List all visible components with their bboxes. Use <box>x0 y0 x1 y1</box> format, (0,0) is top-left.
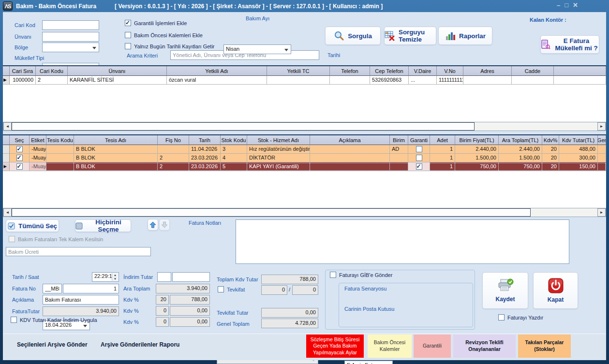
column-header[interactable]: Adres <box>463 66 512 76</box>
kdv-indirim-checkbox[interactable]: KDV Tutarı Kadar İndirim Uygula <box>11 317 97 323</box>
saat-spinner[interactable]: 22:29:15 ▲▼ <box>92 272 119 282</box>
bakim-ucreti-input[interactable] <box>6 247 151 256</box>
printer-save-icon <box>497 278 514 293</box>
items-hscrollbar[interactable]: ◄ ► <box>3 208 606 217</box>
maximize-button[interactable]: □ <box>564 1 568 9</box>
legend-item[interactable]: Takılan Parçalar (Stoklar) <box>518 335 571 358</box>
kaydet-button[interactable]: Kaydet <box>482 272 528 309</box>
table-cell <box>390 154 408 162</box>
table-row[interactable]: ▶-MuayB BLOK223.03.20265KAPI YAYI (Garan… <box>3 162 606 171</box>
tevkifat-checkbox[interactable]: Tevkifat <box>218 286 245 292</box>
column-header[interactable]: Telefon <box>330 66 370 76</box>
move-down-button[interactable] <box>159 219 170 231</box>
e-fatura-mukellefi-button[interactable]: E Fatura Mükellefi mi ? <box>540 35 599 54</box>
secilenleri-arsive-gonder-link[interactable]: Seçilenleri Arşive Gönder <box>17 341 88 348</box>
title-bar[interactable]: ΛS Bakım - Bakım Öncesi Fatura [ Versiyo… <box>0 0 609 12</box>
bakim-oncesi-kalemleri-checkbox[interactable]: Bakım Öncesi Kalemleri Ekle <box>125 32 203 38</box>
sorguyu-temizle-button[interactable]: Sorguyu Temizle <box>384 27 436 45</box>
column-header[interactable]: Garanti <box>408 135 430 145</box>
column-header[interactable]: Adet <box>430 135 455 145</box>
column-header[interactable]: Tesis Kodu <box>46 135 74 145</box>
column-header[interactable]: Kdv% <box>542 135 559 145</box>
cari-hscrollbar[interactable]: ◄ ► <box>3 122 606 131</box>
column-header[interactable]: Birim <box>390 135 408 145</box>
column-header[interactable]: Yetkili TC <box>267 66 330 76</box>
legend-item[interactable]: Sözleşme Bitiş Süresi Geçen Yada Bakım Y… <box>306 335 364 358</box>
table-row[interactable]: ▶10000002KARANFİL SİTESİözcan vural53269… <box>3 76 606 85</box>
checkbox-checked-icon <box>416 163 422 170</box>
column-header[interactable]: Birim Fiyat(TL) <box>455 135 499 145</box>
arsive-gonderilenler-raporu-link[interactable]: Arşive Gönderilenler Raporu <box>101 341 179 348</box>
bolge-select[interactable] <box>42 43 99 52</box>
garantili-islemleri-checkbox[interactable]: Garantili İşlemleri Ekle <box>125 20 187 26</box>
sec-checkbox[interactable] <box>10 154 30 162</box>
column-header[interactable]: Tarih <box>189 135 221 145</box>
legend-item[interactable]: Garantili <box>414 335 451 358</box>
scrollbar-thumb[interactable] <box>12 208 531 217</box>
table-row[interactable]: -MuayB BLOK223.03.20264DİKTATÖR11.500,00… <box>3 154 606 162</box>
column-header[interactable]: Tesis Adı <box>74 135 158 145</box>
table-cell <box>267 76 330 85</box>
fatura-notlari-textarea[interactable] <box>236 219 569 264</box>
column-header[interactable]: Seç <box>10 135 30 145</box>
hicbirini-secme-button[interactable]: Hiçbirini Seçme <box>75 219 131 232</box>
column-header[interactable]: Stok - Hizmet Adı <box>247 135 310 145</box>
scrollbar-thumb[interactable] <box>12 122 475 131</box>
fatura-senaryosu-select[interactable]: E Arşiv Fatura <box>344 361 393 364</box>
unvani-input[interactable] <box>42 32 99 42</box>
footer-bar: Seçilenleri Arşive Gönder Arşive Gönderi… <box>3 334 606 360</box>
table-cell: 5 <box>221 162 247 171</box>
fatura-no-prefix-input[interactable] <box>43 284 62 293</box>
indirim-tutar-input-2[interactable] <box>172 272 210 282</box>
table-cell: özcan vural <box>167 76 267 85</box>
column-header[interactable]: Etiket <box>30 135 46 145</box>
gib-gonder-checkbox[interactable]: Faturayı GİB'e Gönder <box>330 272 392 278</box>
fatura-no-input[interactable] <box>63 284 119 293</box>
column-header[interactable]: Ara Toplam(TL) <box>499 135 542 145</box>
column-header[interactable]: Fiş No <box>158 135 189 145</box>
sec-checkbox[interactable] <box>10 162 30 171</box>
spinner-arrows-icon[interactable]: ▲▼ <box>112 273 118 281</box>
column-header[interactable]: Stok Kodu <box>221 135 247 145</box>
minimize-button[interactable]: – <box>557 1 560 9</box>
kdv-amount-1: 788,00 <box>170 295 210 305</box>
tumunu-sec-button[interactable]: Tümünü Seç <box>6 219 59 232</box>
raporlar-button[interactable]: Raporlar <box>438 27 492 45</box>
checkbox-checked-icon <box>16 155 23 161</box>
column-header[interactable]: Ger <box>598 135 606 145</box>
garanti-checkbox[interactable] <box>408 154 430 162</box>
column-header[interactable]: V.Daire <box>409 66 437 76</box>
tarih-saat-label: Tarih / Saat <box>12 274 39 280</box>
column-header[interactable]: Cep Telefon <box>370 66 409 76</box>
column-header[interactable]: Cadde <box>512 66 554 76</box>
garanti-checkbox[interactable] <box>408 162 430 171</box>
fatura-yazdir-checkbox[interactable]: Faturayı Yazdır <box>498 314 543 320</box>
tek-kalem-checkbox[interactable]: Bakım Faturaları Tek Kalem Kesilsin <box>9 236 103 242</box>
close-button[interactable]: ✕ <box>573 1 578 9</box>
yalniz-bugun-checkbox[interactable]: Yalnız Bugün Tarihli Kayıtları Getir <box>125 43 215 49</box>
sec-checkbox[interactable] <box>10 145 30 154</box>
column-header[interactable]: Yetkili Adı <box>167 66 267 76</box>
bakim-ayi-select[interactable]: Nisan <box>223 44 291 54</box>
scroll-right-icon[interactable]: ► <box>597 208 606 217</box>
table-row[interactable]: -MuayB BLOK11.04.20263Hız regülatörünün … <box>3 145 606 154</box>
column-header[interactable]: Ünvanı <box>68 66 167 76</box>
legend-item[interactable]: Revizyon Teklifi Onaylananlar <box>453 335 516 358</box>
column-header[interactable]: Açıklama <box>310 135 390 145</box>
aciklama-input[interactable] <box>43 295 119 305</box>
scroll-right-icon[interactable]: ► <box>597 122 606 131</box>
indirim-tutar-input-1[interactable] <box>157 272 171 282</box>
move-up-button[interactable] <box>148 219 158 231</box>
column-header[interactable]: Cari Sıra <box>10 66 36 76</box>
scroll-left-icon[interactable]: ◄ <box>3 122 12 131</box>
column-header[interactable]: V.No <box>437 66 463 76</box>
column-header[interactable]: Cari Kodu <box>36 66 68 76</box>
scroll-left-icon[interactable]: ◄ <box>3 208 12 217</box>
kapat-button[interactable]: Kapat <box>533 272 578 309</box>
column-header[interactable] <box>554 66 606 76</box>
legend-item[interactable]: Bakım Öncesi Kalemler <box>368 335 412 358</box>
sorgula-button[interactable]: Sorgula <box>325 27 381 45</box>
cari-kod-input[interactable] <box>42 20 99 30</box>
column-header[interactable]: Kdv Tutar(TL) <box>559 135 598 145</box>
garanti-checkbox[interactable] <box>408 145 430 154</box>
